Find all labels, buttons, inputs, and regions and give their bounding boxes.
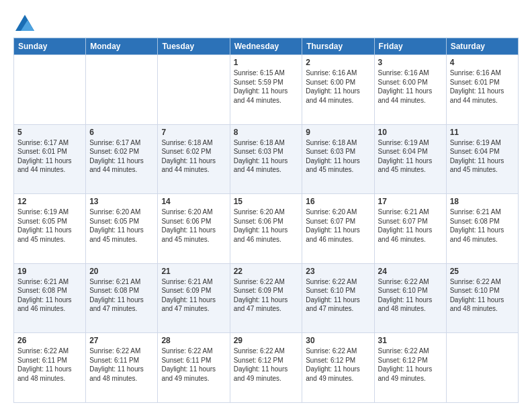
day-number: 16 (306, 197, 370, 206)
day-info: Sunrise: 6:18 AM Sunset: 6:03 PM Dayligh… (234, 138, 299, 175)
day-number: 12 (17, 197, 82, 206)
calendar-cell (14, 55, 86, 125)
calendar-week-row: 19Sunrise: 6:21 AM Sunset: 6:08 PM Dayli… (14, 263, 519, 333)
calendar-cell: 20Sunrise: 6:21 AM Sunset: 6:08 PM Dayli… (86, 263, 158, 333)
header (13, 12, 519, 31)
day-number: 29 (234, 336, 299, 345)
day-info: Sunrise: 6:16 AM Sunset: 6:00 PM Dayligh… (306, 68, 370, 105)
day-number: 1 (234, 58, 299, 67)
day-info: Sunrise: 6:20 AM Sunset: 6:05 PM Dayligh… (89, 208, 154, 244)
weekday-header: Tuesday (158, 38, 230, 55)
day-info: Sunrise: 6:15 AM Sunset: 5:59 PM Dayligh… (234, 68, 299, 105)
day-number: 14 (161, 197, 226, 206)
calendar-cell: 5Sunrise: 6:17 AM Sunset: 6:01 PM Daylig… (14, 124, 86, 194)
day-number: 6 (89, 128, 154, 137)
calendar-cell: 17Sunrise: 6:21 AM Sunset: 6:07 PM Dayli… (374, 194, 446, 264)
day-info: Sunrise: 6:22 AM Sunset: 6:12 PM Dayligh… (306, 347, 370, 383)
calendar-cell (86, 55, 158, 125)
day-number: 19 (17, 267, 82, 276)
calendar-cell: 15Sunrise: 6:20 AM Sunset: 6:06 PM Dayli… (230, 194, 302, 264)
calendar-cell: 23Sunrise: 6:22 AM Sunset: 6:10 PM Dayli… (302, 263, 374, 333)
day-info: Sunrise: 6:22 AM Sunset: 6:09 PM Dayligh… (234, 277, 299, 314)
calendar-cell: 12Sunrise: 6:19 AM Sunset: 6:05 PM Dayli… (14, 194, 86, 264)
day-number: 21 (161, 267, 226, 276)
day-info: Sunrise: 6:19 AM Sunset: 6:04 PM Dayligh… (378, 138, 443, 175)
day-info: Sunrise: 6:16 AM Sunset: 6:01 PM Dayligh… (450, 68, 515, 105)
calendar-cell: 2Sunrise: 6:16 AM Sunset: 6:00 PM Daylig… (302, 55, 374, 125)
day-info: Sunrise: 6:18 AM Sunset: 6:03 PM Dayligh… (306, 138, 370, 175)
page: SundayMondayTuesdayWednesdayThursdayFrid… (0, 0, 532, 411)
day-number: 31 (378, 336, 443, 345)
day-info: Sunrise: 6:16 AM Sunset: 6:00 PM Dayligh… (378, 68, 443, 105)
calendar-cell: 29Sunrise: 6:22 AM Sunset: 6:12 PM Dayli… (230, 333, 302, 403)
calendar-cell: 28Sunrise: 6:22 AM Sunset: 6:11 PM Dayli… (158, 333, 230, 403)
day-info: Sunrise: 6:22 AM Sunset: 6:12 PM Dayligh… (378, 347, 443, 383)
calendar-cell: 10Sunrise: 6:19 AM Sunset: 6:04 PM Dayli… (374, 124, 446, 194)
calendar-cell: 1Sunrise: 6:15 AM Sunset: 5:59 PM Daylig… (230, 55, 302, 125)
weekday-header: Sunday (14, 38, 86, 55)
calendar-cell (158, 55, 230, 125)
calendar-cell: 18Sunrise: 6:21 AM Sunset: 6:08 PM Dayli… (446, 194, 518, 264)
day-info: Sunrise: 6:19 AM Sunset: 6:04 PM Dayligh… (450, 138, 515, 175)
calendar-week-row: 1Sunrise: 6:15 AM Sunset: 5:59 PM Daylig… (14, 55, 519, 125)
day-number: 13 (89, 197, 154, 206)
calendar-cell: 14Sunrise: 6:20 AM Sunset: 6:06 PM Dayli… (158, 194, 230, 264)
calendar-cell: 4Sunrise: 6:16 AM Sunset: 6:01 PM Daylig… (446, 55, 518, 125)
weekday-header: Thursday (302, 38, 374, 55)
day-number: 27 (89, 336, 154, 345)
logo-icon (15, 12, 34, 31)
calendar-cell: 16Sunrise: 6:20 AM Sunset: 6:07 PM Dayli… (302, 194, 374, 264)
day-number: 22 (234, 267, 299, 276)
weekday-header: Friday (374, 38, 446, 55)
day-number: 7 (161, 128, 226, 137)
day-info: Sunrise: 6:21 AM Sunset: 6:08 PM Dayligh… (450, 208, 515, 244)
calendar-header-row: SundayMondayTuesdayWednesdayThursdayFrid… (14, 38, 519, 55)
day-number: 4 (450, 58, 515, 67)
calendar-cell: 21Sunrise: 6:21 AM Sunset: 6:09 PM Dayli… (158, 263, 230, 333)
weekday-header: Wednesday (230, 38, 302, 55)
day-number: 25 (450, 267, 515, 276)
calendar-cell: 25Sunrise: 6:22 AM Sunset: 6:10 PM Dayli… (446, 263, 518, 333)
calendar-cell: 3Sunrise: 6:16 AM Sunset: 6:00 PM Daylig… (374, 55, 446, 125)
calendar-cell (446, 333, 518, 403)
day-number: 10 (378, 128, 443, 137)
day-number: 8 (234, 128, 299, 137)
calendar-cell: 26Sunrise: 6:22 AM Sunset: 6:11 PM Dayli… (14, 333, 86, 403)
day-number: 15 (234, 197, 299, 206)
day-number: 26 (17, 336, 82, 345)
day-info: Sunrise: 6:22 AM Sunset: 6:11 PM Dayligh… (17, 347, 82, 383)
day-info: Sunrise: 6:18 AM Sunset: 6:02 PM Dayligh… (161, 138, 226, 175)
day-number: 28 (161, 336, 226, 345)
calendar-cell: 22Sunrise: 6:22 AM Sunset: 6:09 PM Dayli… (230, 263, 302, 333)
day-number: 20 (89, 267, 154, 276)
day-info: Sunrise: 6:21 AM Sunset: 6:08 PM Dayligh… (17, 277, 82, 314)
calendar-cell: 8Sunrise: 6:18 AM Sunset: 6:03 PM Daylig… (230, 124, 302, 194)
calendar-cell: 9Sunrise: 6:18 AM Sunset: 6:03 PM Daylig… (302, 124, 374, 194)
calendar-cell: 11Sunrise: 6:19 AM Sunset: 6:04 PM Dayli… (446, 124, 518, 194)
day-info: Sunrise: 6:22 AM Sunset: 6:11 PM Dayligh… (161, 347, 226, 383)
calendar-cell: 31Sunrise: 6:22 AM Sunset: 6:12 PM Dayli… (374, 333, 446, 403)
day-number: 3 (378, 58, 443, 67)
calendar-cell: 30Sunrise: 6:22 AM Sunset: 6:12 PM Dayli… (302, 333, 374, 403)
day-info: Sunrise: 6:21 AM Sunset: 6:09 PM Dayligh… (161, 277, 226, 314)
weekday-header: Saturday (446, 38, 518, 55)
day-info: Sunrise: 6:20 AM Sunset: 6:07 PM Dayligh… (306, 208, 370, 244)
day-info: Sunrise: 6:22 AM Sunset: 6:10 PM Dayligh… (450, 277, 515, 314)
weekday-header: Monday (86, 38, 158, 55)
calendar-week-row: 12Sunrise: 6:19 AM Sunset: 6:05 PM Dayli… (14, 194, 519, 264)
day-info: Sunrise: 6:22 AM Sunset: 6:11 PM Dayligh… (89, 347, 154, 383)
calendar: SundayMondayTuesdayWednesdayThursdayFrid… (13, 38, 519, 403)
day-number: 23 (306, 267, 370, 276)
day-info: Sunrise: 6:20 AM Sunset: 6:06 PM Dayligh… (161, 208, 226, 244)
day-number: 9 (306, 128, 370, 137)
day-number: 2 (306, 58, 370, 67)
calendar-cell: 7Sunrise: 6:18 AM Sunset: 6:02 PM Daylig… (158, 124, 230, 194)
calendar-cell: 6Sunrise: 6:17 AM Sunset: 6:02 PM Daylig… (86, 124, 158, 194)
calendar-cell: 27Sunrise: 6:22 AM Sunset: 6:11 PM Dayli… (86, 333, 158, 403)
day-info: Sunrise: 6:17 AM Sunset: 6:02 PM Dayligh… (89, 138, 154, 175)
day-number: 30 (306, 336, 370, 345)
calendar-week-row: 5Sunrise: 6:17 AM Sunset: 6:01 PM Daylig… (14, 124, 519, 194)
day-number: 11 (450, 128, 515, 137)
day-info: Sunrise: 6:20 AM Sunset: 6:06 PM Dayligh… (234, 208, 299, 244)
day-info: Sunrise: 6:22 AM Sunset: 6:12 PM Dayligh… (234, 347, 299, 383)
